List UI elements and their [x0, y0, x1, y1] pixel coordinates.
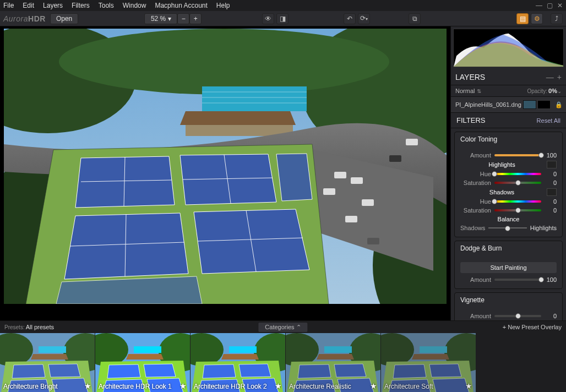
layers-collapse-icon[interactable]: — — [546, 73, 554, 81]
ct-shadows-swatch[interactable] — [547, 188, 557, 196]
start-painting-button[interactable]: Start Painting — [460, 262, 557, 273]
ct-balance-slider[interactable] — [488, 227, 526, 228]
preset-name: Architecture Bright — [3, 383, 58, 390]
svg-marker-75 — [298, 364, 331, 378]
undo-icon[interactable]: ↶ — [344, 13, 356, 24]
blend-mode-dropdown[interactable]: Normal ⇅ — [455, 88, 481, 94]
open-button[interactable]: Open — [50, 13, 78, 24]
layers-header: LAYERS — + — [451, 69, 566, 85]
ct-sh-hue-slider[interactable] — [494, 200, 541, 203]
crop-icon[interactable]: ⧉ — [409, 13, 421, 24]
db-amount-value: 100 — [545, 276, 557, 283]
ct-hl-hue-slider[interactable] — [494, 173, 541, 175]
db-amount-slider[interactable] — [494, 279, 541, 281]
ct-sh-sat-label: Saturation — [460, 207, 491, 214]
svg-marker-45 — [12, 364, 45, 378]
add-layer-icon[interactable]: + — [557, 73, 562, 81]
history-icon[interactable]: ⟳▾ — [358, 13, 370, 24]
zoom-in-button[interactable]: + — [189, 13, 202, 24]
ct-highlights-swatch[interactable] — [547, 161, 557, 168]
preset-name: Architecture HDR Look 1 — [99, 383, 172, 390]
panel-presets-icon[interactable]: ▤ — [516, 13, 529, 24]
svg-marker-53 — [126, 354, 164, 360]
photo-preview — [4, 29, 447, 304]
export-icon[interactable]: ⤴ — [551, 13, 563, 24]
favorite-icon[interactable]: ★ — [275, 382, 282, 390]
layer-name: PI_AlpineHills_0061.dng — [455, 101, 521, 108]
favorite-icon[interactable]: ★ — [179, 382, 187, 390]
filter-vignette: Vignette Amount0 Size50 Roundness0 Feath… — [454, 292, 563, 320]
svg-rect-62 — [229, 346, 257, 353]
zoom-out-button[interactable]: − — [177, 13, 189, 24]
menu-help[interactable]: Help — [216, 2, 230, 9]
vg-amount-value: 0 — [545, 313, 557, 319]
db-amount-label: Amount — [460, 276, 491, 283]
minimize-icon[interactable]: — — [536, 2, 542, 9]
svg-marker-76 — [334, 364, 366, 377]
lock-icon: 🔒 — [555, 101, 562, 108]
color-toning-header[interactable]: Color Toning — [455, 132, 562, 146]
svg-marker-73 — [317, 354, 354, 360]
layer-row[interactable]: PI_AlpineHills_0061.dng 🔒 — [451, 97, 566, 113]
svg-rect-19 — [345, 216, 357, 222]
vg-amount-slider[interactable] — [494, 315, 541, 317]
layer-thumb — [523, 100, 536, 109]
svg-marker-25 — [194, 209, 309, 274]
ct-balance-label: Balance — [460, 216, 557, 222]
menu-edit[interactable]: Edit — [23, 2, 34, 9]
opacity-dropdown[interactable]: 0%⌄ — [548, 88, 562, 94]
ct-balance-right: Highlights — [530, 225, 557, 231]
ct-hl-sat-slider[interactable] — [494, 182, 541, 184]
ct-hl-sat-label: Saturation — [460, 179, 491, 186]
svg-marker-65 — [203, 364, 236, 378]
svg-marker-26 — [276, 154, 312, 201]
ct-sh-hue-value: 0 — [545, 198, 557, 205]
svg-marker-66 — [239, 364, 271, 377]
maximize-icon[interactable]: ▢ — [547, 2, 553, 9]
canvas[interactable] — [0, 26, 450, 320]
preset-name: Architecture Realistic — [289, 383, 351, 390]
preset-item[interactable]: Architecture Bright★ — [0, 333, 95, 392]
presets-set[interactable]: All presets — [26, 324, 54, 330]
preset-item[interactable]: Architecture HDR Look 2★ — [191, 333, 285, 392]
dodge-burn-header[interactable]: Dodge & Burn — [455, 241, 562, 255]
new-preset-overlay[interactable]: + New Preset Overlay — [503, 324, 562, 330]
preset-item[interactable]: Architecture Realistic★ — [286, 333, 380, 392]
ct-hl-hue-value: 0 — [545, 171, 557, 177]
zoom-dropdown[interactable]: 52 % ▾ — [144, 13, 177, 24]
preset-item[interactable]: Architecture HDR Look 1★ — [95, 333, 190, 392]
menu-layers[interactable]: Layers — [43, 2, 63, 9]
compare-icon[interactable]: ◨ — [276, 13, 289, 24]
favorite-icon[interactable]: ★ — [84, 382, 91, 390]
menubar: File Edit Layers Filters Tools Window Ma… — [0, 0, 566, 11]
ct-sh-sat-slider[interactable] — [494, 209, 541, 211]
favorite-icon[interactable]: ★ — [370, 382, 377, 390]
preset-item[interactable]: Architecture Soft★ — [381, 333, 476, 392]
svg-rect-13 — [334, 172, 346, 178]
menu-account[interactable]: Macphun Account — [155, 2, 207, 9]
categories-dropdown[interactable]: Categories ⌃ — [258, 323, 307, 332]
menu-file[interactable]: File — [3, 2, 14, 9]
reset-all-button[interactable]: Reset All — [537, 117, 560, 124]
svg-marker-24 — [64, 213, 188, 279]
histogram — [453, 29, 564, 67]
ct-amount-label: Amount — [460, 152, 491, 159]
panel-filters-icon[interactable]: ⚙ — [531, 13, 543, 24]
close-icon[interactable]: ✕ — [557, 2, 563, 9]
menu-tools[interactable]: Tools — [99, 2, 114, 9]
ct-amount-slider[interactable] — [494, 154, 541, 156]
favorite-icon[interactable]: ★ — [465, 382, 472, 390]
vignette-header[interactable]: Vignette — [455, 293, 562, 307]
filters-title: FILTERS — [456, 116, 486, 124]
svg-rect-20 — [367, 238, 379, 244]
vg-amount-label: Amount — [460, 313, 491, 319]
menu-window[interactable]: Window — [123, 2, 146, 9]
preview-icon[interactable]: 👁 — [262, 13, 274, 24]
menu-filters[interactable]: Filters — [72, 2, 90, 9]
ct-shadows-label: Shadows — [460, 189, 543, 195]
right-panel: LAYERS — + Normal ⇅ Opacity: 0%⌄ PI_Alpi… — [450, 26, 566, 320]
filter-color-toning: Color Toning Amount 100 Highlights Hue 0 — [454, 132, 563, 237]
svg-marker-88 — [433, 378, 469, 392]
svg-rect-15 — [323, 188, 335, 195]
opacity-label: Opacity: — [527, 88, 547, 94]
